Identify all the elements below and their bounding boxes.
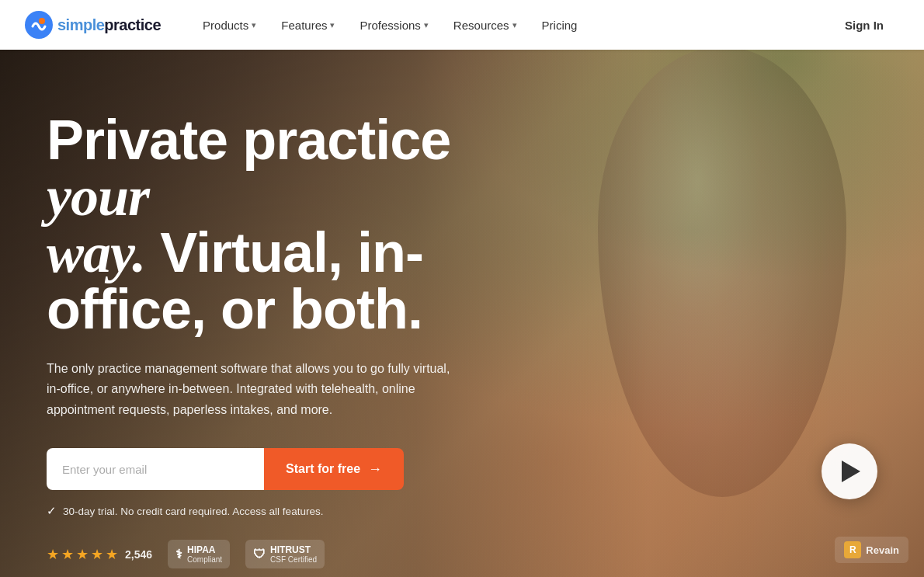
hitrust-badge: 🛡 HITRUST CSF Certified (245, 540, 325, 568)
revain-icon: R (844, 541, 861, 558)
review-count: 2,546 (125, 548, 152, 561)
chevron-down-icon: ▾ (252, 20, 256, 30)
nav-pricing-label: Pricing (542, 19, 578, 32)
revain-label: Revain (866, 544, 899, 556)
hero-form: Start for free → (47, 448, 544, 490)
sign-in-link[interactable]: Sign In (829, 12, 899, 38)
logo-icon (25, 11, 53, 39)
hitrust-icon: 🛡 (253, 547, 266, 561)
headline-part2: way. (47, 222, 145, 284)
svg-point-1 (39, 18, 45, 24)
hero-text-block: Private practice your way. Virtual, in-o… (47, 112, 544, 568)
headline-part1: Private practice your (47, 109, 450, 227)
revain-badge: R Revain (835, 537, 908, 563)
headline-italic: your (47, 165, 149, 228)
nav-item-resources[interactable]: Resources ▾ (443, 12, 528, 38)
nav-item-features[interactable]: Features ▾ (270, 12, 346, 38)
hipaa-sublabel: Compliant (187, 555, 222, 564)
chevron-down-icon: ▾ (424, 20, 429, 30)
play-button[interactable] (822, 443, 877, 499)
star-4: ★ (91, 546, 103, 563)
hitrust-label: HITRUST (270, 544, 317, 555)
star-5-half: ★ (106, 546, 118, 563)
logo-text: simplepractice (57, 16, 161, 34)
chevron-down-icon: ▾ (330, 20, 335, 30)
email-input[interactable] (47, 448, 264, 490)
logo-link[interactable]: simplepractice (25, 11, 161, 39)
play-icon (842, 461, 860, 482)
chevron-down-icon: ▾ (512, 20, 517, 30)
nav-professions-label: Professions (360, 19, 420, 32)
hipaa-badge: ⚕ HIPAA Compliant (168, 540, 230, 568)
nav-item-professions[interactable]: Professions ▾ (349, 12, 439, 38)
trust-row: ★ ★ ★ ★ ★ 2,546 ⚕ HIPAA Compliant 🛡 (47, 540, 544, 568)
hero-section: Private practice your way. Virtual, in-o… (0, 0, 924, 577)
hipaa-icon: ⚕ (175, 547, 182, 561)
nav-features-label: Features (281, 19, 327, 32)
star-rating: ★ ★ ★ ★ ★ 2,546 (47, 546, 152, 563)
hitrust-sublabel: CSF Certified (270, 555, 317, 564)
nav-links: Products ▾ Features ▾ Professions ▾ Reso… (192, 12, 829, 38)
star-3: ★ (76, 546, 89, 563)
trial-disclaimer: ✓ 30-day trial. No credit card required.… (47, 504, 544, 518)
hero-subtext: The only practice management software th… (47, 359, 466, 420)
hitrust-text: HITRUST CSF Certified (270, 544, 317, 564)
navbar: simplepractice Products ▾ Features ▾ Pro… (0, 0, 924, 50)
star-2: ★ (61, 546, 74, 563)
nav-resources-label: Resources (453, 19, 509, 32)
hero-content: Private practice your way. Virtual, in-o… (0, 50, 924, 577)
trial-text-label: 30-day trial. No credit card required. A… (63, 506, 323, 517)
start-free-button[interactable]: Start for free → (264, 448, 404, 490)
star-1: ★ (47, 546, 59, 563)
check-icon: ✓ (47, 504, 57, 518)
nav-products-label: Products (203, 19, 248, 32)
nav-item-products[interactable]: Products ▾ (192, 12, 267, 38)
nav-right: Sign In (829, 12, 899, 38)
arrow-icon: → (368, 461, 382, 478)
hipaa-text: HIPAA Compliant (187, 544, 222, 564)
hipaa-label: HIPAA (187, 544, 222, 555)
nav-item-pricing[interactable]: Pricing (531, 12, 589, 38)
cta-button-label: Start for free (286, 462, 360, 476)
hero-headline: Private practice your way. Virtual, in-o… (47, 112, 544, 337)
